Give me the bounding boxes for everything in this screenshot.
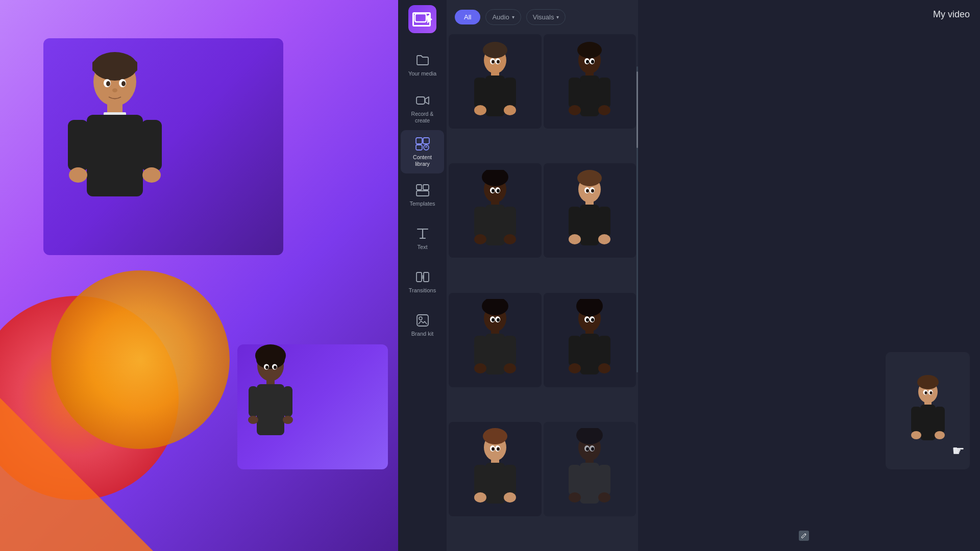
svg-rect-34: [416, 185, 422, 190]
svg-point-14: [112, 88, 117, 92]
svg-point-102: [497, 318, 500, 322]
svg-rect-56: [578, 47, 601, 54]
svg-point-17: [256, 350, 285, 369]
avatar-card-5[interactable]: [449, 293, 542, 387]
svg-point-85: [569, 234, 581, 244]
svg-point-53: [497, 60, 500, 63]
svg-rect-31: [423, 138, 429, 144]
right-panel-avatar-svg: [905, 375, 951, 446]
svg-rect-84: [598, 207, 610, 237]
svg-point-86: [598, 234, 610, 244]
svg-rect-20: [249, 386, 258, 417]
avatar-7-svg: [467, 428, 523, 510]
svg-rect-120: [504, 465, 516, 495]
svg-rect-106: [580, 334, 599, 374]
svg-rect-108: [598, 336, 610, 366]
app-logo[interactable]: [408, 5, 436, 33]
sidebar-item-record-create[interactable]: Record &create: [401, 87, 444, 130]
right-panel-header: My video: [638, 0, 980, 29]
avatar-2-svg: [561, 41, 618, 122]
svg-point-134: [598, 492, 610, 503]
content-panel-header: All Audio ▾ Visuals ▾: [447, 0, 638, 32]
svg-point-26: [265, 366, 268, 369]
svg-point-121: [474, 492, 486, 503]
sidebar-item-brand-kit[interactable]: Brand kit: [401, 304, 444, 347]
video-record-icon: [415, 93, 430, 108]
sidebar-item-content-library[interactable]: Contentlibrary: [401, 130, 444, 173]
svg-rect-131: [569, 465, 581, 495]
svg-point-74: [504, 234, 516, 244]
svg-rect-6: [68, 120, 88, 171]
svg-rect-142: [920, 405, 936, 440]
content-library-icon: [415, 137, 430, 151]
svg-point-40: [419, 317, 422, 320]
filter-all-button[interactable]: All: [455, 10, 480, 24]
avatar-card-2[interactable]: [544, 34, 636, 129]
svg-point-114: [591, 318, 594, 322]
brand-kit-icon: [415, 313, 430, 328]
right-panel: My video ☛: [638, 0, 980, 551]
main-avatar-svg: [43, 38, 186, 232]
svg-point-13: [121, 81, 126, 86]
svg-rect-58: [580, 76, 599, 116]
svg-point-126: [497, 447, 500, 451]
transitions-icon: [415, 270, 430, 284]
sidebar-label-content-library: Contentlibrary: [413, 154, 432, 167]
edit-handle[interactable]: [799, 531, 809, 541]
templates-icon: [415, 183, 430, 197]
sidebar-label-transitions: Transitions: [409, 287, 436, 294]
svg-point-145: [911, 431, 921, 439]
avatar-card-6[interactable]: [544, 293, 636, 387]
sidebar-label-brand-kit: Brand kit: [411, 331, 433, 337]
svg-rect-21: [283, 386, 292, 417]
avatar-1-svg: [467, 41, 523, 122]
svg-point-146: [935, 431, 945, 439]
folder-icon: [415, 53, 430, 67]
sidebar-item-transitions[interactable]: Transitions: [401, 260, 444, 304]
svg-rect-132: [598, 465, 610, 495]
logo-icon: [413, 10, 432, 29]
text-icon: [415, 227, 430, 241]
filter-audio-dropdown[interactable]: Audio ▾: [485, 9, 521, 25]
svg-rect-59: [569, 78, 581, 108]
svg-rect-72: [504, 207, 516, 237]
svg-point-49: [504, 105, 516, 115]
avatar-card-3[interactable]: [449, 163, 542, 258]
svg-rect-119: [474, 465, 486, 495]
svg-rect-5: [87, 115, 143, 196]
audio-label: Audio: [492, 13, 509, 21]
svg-rect-144: [935, 407, 945, 433]
svg-point-109: [569, 363, 581, 373]
svg-point-9: [142, 167, 161, 183]
sidebar-item-your-media[interactable]: Your media: [401, 43, 444, 87]
svg-point-122: [504, 492, 516, 503]
avatar-card-4[interactable]: [544, 163, 636, 258]
svg-rect-28: [415, 14, 426, 22]
filter-visuals-dropdown[interactable]: Visuals ▾: [526, 9, 566, 25]
sidebar-item-templates[interactable]: Templates: [401, 173, 444, 217]
svg-point-77: [492, 189, 495, 192]
svg-point-8: [69, 167, 87, 183]
sidebar-item-text[interactable]: Text: [401, 217, 444, 260]
svg-point-101: [492, 318, 495, 322]
svg-rect-96: [504, 336, 516, 366]
svg-rect-46: [474, 78, 486, 108]
svg-point-48: [474, 105, 486, 115]
avatar-card-8[interactable]: [544, 422, 636, 516]
sidebar-label-text: Text: [417, 244, 427, 251]
svg-point-65: [586, 60, 589, 63]
svg-rect-36: [416, 191, 429, 196]
svg-point-22: [248, 416, 258, 424]
chevron-down-icon: ▾: [512, 14, 514, 20]
avatar-card-1[interactable]: [449, 34, 542, 129]
svg-point-150: [929, 391, 932, 394]
svg-rect-70: [485, 205, 505, 245]
avatar-card-7[interactable]: [449, 422, 542, 516]
svg-rect-29: [416, 97, 425, 104]
avatar-4-svg: [561, 170, 618, 252]
svg-rect-47: [504, 78, 516, 108]
chevron-down-icon-2: ▾: [556, 14, 559, 20]
svg-point-80: [577, 170, 602, 186]
svg-rect-2: [92, 61, 137, 71]
svg-point-125: [492, 447, 495, 451]
